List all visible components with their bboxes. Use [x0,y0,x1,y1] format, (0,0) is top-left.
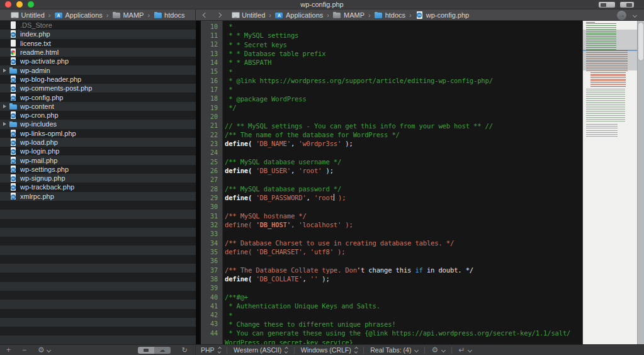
code-line[interactable]: 21// ** MySQL settings - You can get thi… [201,121,582,130]
code-line[interactable]: 24 [201,149,582,157]
breadcrumb-item[interactable]: MAMP [333,11,364,19]
code-line[interactable]: 33 [201,230,582,239]
file-row[interactable]: wp-cron.php [0,111,196,120]
code-line[interactable]: 30 [201,203,582,211]
breadcrumb-item[interactable]: wp-config.php [415,11,470,19]
code-line[interactable]: 15 * [201,67,582,76]
file-row[interactable]: wp-settings.php [0,165,196,174]
code-line[interactable]: 44 * You can generate these using the {@… [201,329,582,337]
remote-files-toggle[interactable]: ☁ [154,347,171,354]
line-text: WordPress.org secret-key service} [222,339,353,344]
code-line[interactable]: 27 [201,176,582,184]
line-number: 22 [201,132,222,138]
code-line[interactable]: 20 [201,112,582,121]
code-line[interactable]: 43 * Change these to different unique ph… [201,320,582,329]
code-line[interactable]: 39 [201,284,582,293]
line-ending-insert-menu[interactable]: ↵ [458,346,472,354]
file-row[interactable]: wp-comments-post.php [0,84,196,93]
code-line[interactable]: 23define( 'DB_NAME', 'w0rdpr3ss' ); [201,139,582,148]
code-line[interactable]: 14 * * ABSPATH [201,58,582,67]
file-row[interactable]: wp-activate.php [0,57,196,65]
file-row[interactable]: wp-admin [0,65,196,74]
editor-scrollbar[interactable] [637,21,644,344]
breadcrumb-item[interactable]: MAMP [112,11,144,19]
encoding-select[interactable]: Western (ASCII) [234,346,288,354]
publish-button[interactable]: → [617,11,626,20]
code-line[interactable]: 12 * * Secret keys [201,40,582,49]
code-line[interactable]: 22/** The name of the database for WordP… [201,130,582,139]
disclosure-triangle-icon[interactable] [3,104,6,108]
code-line[interactable]: 25/** MySQL database username */ [201,157,582,166]
breadcrumb-item[interactable]: Untitled [231,11,265,19]
code-line[interactable]: 10 * [201,22,582,31]
file-row[interactable]: wp-load.php [0,138,196,147]
code-line[interactable]: 35define( 'DB_CHARSET', 'utf8' ); [201,247,582,256]
toggle-right-panel-button[interactable] [620,2,634,8]
breadcrumb-item[interactable]: Untitled [10,11,44,19]
file-row[interactable]: wp-includes [0,120,196,128]
file-row[interactable]: wp-login.php [0,147,196,155]
breadcrumb-item[interactable]: Applications [54,11,102,19]
code-line[interactable]: 16 * @link https://wordpress.org/support… [201,76,582,85]
minimap[interactable] [582,21,637,344]
code-line[interactable]: 42 * [201,311,582,320]
breadcrumb-item[interactable]: htdocs [375,11,405,19]
code-line[interactable]: 29define( 'DB_PASSWORD', 'root ); [201,193,582,202]
back-button[interactable] [203,12,208,17]
add-file-button[interactable]: + [6,346,11,354]
code-line[interactable]: 32define( 'DB_HOST', 'localhost' ); [201,220,582,229]
file-name: wp-signup.php [20,174,65,182]
file-row[interactable]: wp-trackback.php [0,183,196,191]
code-line[interactable]: 31/** MySQL hostname */ [201,211,582,220]
toggle-left-panel-button[interactable] [599,2,615,8]
breadcrumb-item[interactable]: htdocs [154,11,184,19]
file-name: readme.html [20,48,59,56]
code-line[interactable]: 38define( 'DB_COLLATE', '' ); [201,274,582,283]
file-row[interactable]: readme.html [0,48,196,57]
file-row[interactable]: .DS_Store [0,21,196,30]
code-line[interactable]: 34/** Database Charset to use in creatin… [201,239,582,247]
file-row[interactable]: index.php [0,30,196,38]
code-line[interactable]: 37/** The Database Collate type. Don't c… [201,266,582,274]
breadcrumb-label: wp-config.php [426,11,470,19]
file-row[interactable]: xmlrpc.php [0,192,196,201]
code-token: /** The Database Collate type. Don [225,266,357,274]
file-row[interactable]: wp-signup.php [0,174,196,183]
file-row[interactable]: license.txt [0,39,196,48]
forward-button[interactable] [217,12,222,17]
code-line[interactable]: 41 * Authentication Unique Keys and Salt… [201,301,582,310]
tabs-setting-select[interactable]: Real Tabs: (4) [370,346,418,354]
file-row[interactable]: wp-mail.php [0,155,196,164]
remove-file-button[interactable]: − [22,346,26,354]
code-line[interactable]: WordPress.org secret-key service} [201,337,582,344]
file-row[interactable]: wp-content [0,102,196,111]
disclosure-triangle-icon[interactable] [3,122,6,126]
editor-settings-menu[interactable]: ⚙ [431,346,445,354]
publish-menu-chevron-icon[interactable] [633,13,637,18]
minimap-code-texture [586,124,618,137]
file-row[interactable]: wp-blog-header.php [0,75,196,84]
code-line[interactable]: 26define( 'DB_USER', 'root' ); [201,166,582,175]
scrollbar-thumb[interactable] [638,23,643,60]
syntax-mode-select[interactable]: PHP [201,346,220,354]
local-files-toggle[interactable] [138,347,154,354]
disclosure-triangle-icon[interactable] [3,69,6,72]
stepper-icon [218,347,221,353]
refresh-button[interactable]: ↻ [182,347,188,354]
code-editor[interactable]: 10 *11 * * MySQL settings12 * * Secret k… [201,21,582,344]
file-row[interactable]: wp-links-opml.php [0,129,196,138]
file-row[interactable]: wp-config.php [0,93,196,101]
panel-divider[interactable] [196,21,201,344]
breadcrumb-item[interactable]: Applications [275,11,323,19]
code-line[interactable]: 18 * @package WordPress [201,94,582,103]
code-line[interactable]: 28/** MySQL database password */ [201,184,582,193]
sidebar-actions-menu[interactable]: ⚙ [38,346,50,354]
code-line[interactable]: 13 * * Database table prefix [201,49,582,58]
code-line[interactable]: 36 [201,257,582,266]
line-endings-select[interactable]: Windows (CRLF) [301,346,357,354]
code-line[interactable]: 17 * [201,85,582,94]
code-line[interactable]: 11 * * MySQL settings [201,31,582,40]
code-line[interactable]: 19 */ [201,103,582,112]
code-line[interactable]: 40/**#@+ [201,293,582,301]
line-number: 43 [201,320,222,327]
